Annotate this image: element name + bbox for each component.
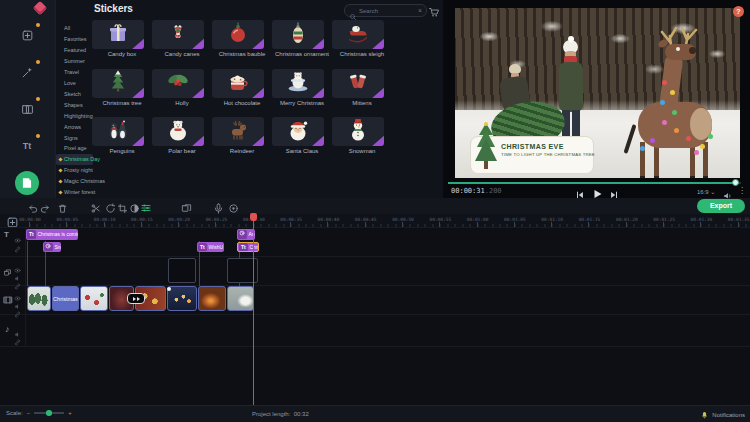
ruler-label: 00:01:05 [504,217,526,222]
category-item-favorites[interactable]: Favorites [56,34,93,45]
video-clip-cards[interactable] [80,286,108,311]
category-label: Sketch [64,91,81,97]
transitions-icon [21,103,34,116]
playhead-line[interactable] [253,221,254,405]
sticker-card-polar-bear[interactable] [152,117,204,146]
sticker-card-christmas-sleigh[interactable] [332,20,384,49]
clip-connector-line [27,241,28,286]
sticker-card-santa-claus[interactable] [272,117,324,146]
status-bar: Scale: − + Project length: 00:32 Notific… [0,405,750,422]
category-item-frosty-night[interactable]: Frosty night [56,165,93,176]
search-input[interactable]: Search [359,8,418,14]
toolbar-transition-wizard-button[interactable] [181,200,193,212]
caption-sticker[interactable]: CHRISTMAS EVE TIME TO LIGHT UP THE CHRIS… [470,136,594,174]
audio-track-volume-icon[interactable] [14,324,21,331]
store-cart-icon[interactable] [428,4,440,16]
toolbar-delete-button[interactable] [57,200,69,212]
sticker-card-merry-christmas[interactable] [272,69,324,98]
scale-slider-knob[interactable] [46,410,52,416]
category-item-winter-forest[interactable]: Winter forest [56,187,93,198]
sticker-card-hot-chocolate[interactable] [212,69,264,98]
video-track-visibility-icon[interactable] [14,288,21,295]
toolbar-clip-properties-button[interactable] [140,200,152,212]
category-item-summer[interactable]: Summer [56,56,93,67]
seek-knob[interactable] [732,179,739,186]
sticker-card-candy-canes[interactable] [152,20,204,49]
toolbar-split-button[interactable] [90,200,102,212]
title-track-link-icon[interactable] [14,239,21,246]
premium-gem-icon[interactable] [33,1,47,15]
sticker-card-christmas-bauble[interactable] [212,20,264,49]
ruler-label: 00:01:15 [579,217,601,222]
category-item-highlighting[interactable]: Highlighting [56,111,93,122]
category-item-all[interactable]: All [56,23,93,34]
zoom-out-icon[interactable]: − [27,410,31,416]
video-clip-fireplace[interactable] [198,286,226,311]
video-clip-christmas[interactable]: Christmas [52,286,79,311]
title-clip-sno[interactable]: Sno [43,242,61,253]
toolbar-rotate-button[interactable] [105,200,117,212]
rail-titles-button[interactable]: Tt [16,135,38,157]
sticker-card-christmas-tree[interactable] [92,69,144,98]
preview-menu-icon[interactable]: ⋮ [738,186,746,195]
rail-transitions-button[interactable] [16,98,38,120]
toolbar-capture-button[interactable] [228,200,240,212]
transition-badge[interactable] [127,293,145,304]
sticker-card-snowman[interactable] [332,117,384,146]
notifications-button[interactable]: Notifications [700,410,745,420]
category-item-shapes[interactable]: Shapes [56,100,93,111]
sticker-card-mittens[interactable] [332,69,384,98]
seek-bar[interactable] [448,182,741,184]
timeline-ruler[interactable]: 00:00:0000:00:0500:00:1000:00:1500:00:20… [0,214,750,227]
playhead-handle[interactable] [250,213,257,221]
category-item-pixel-age[interactable]: Pixel age [56,143,93,154]
reindeer-sticker-overlay[interactable] [610,38,740,178]
reindeer-icon [225,118,251,146]
category-item-magic-christmas[interactable]: Magic Christmas [56,176,93,187]
sticker-card-holly[interactable] [152,69,204,98]
rail-filters-button[interactable] [16,61,38,83]
sticker-card-reindeer[interactable] [212,117,264,146]
overlay-track-visibility-icon[interactable] [14,260,21,267]
toolbar-redo-button[interactable] [39,200,51,212]
current-time: 00:00:31.200 [451,187,502,195]
video-clip-city[interactable] [167,286,197,311]
toolbar-crop-button[interactable] [117,200,129,212]
category-item-arrows[interactable]: Arrows [56,122,93,133]
clear-search-icon[interactable]: × [418,7,422,14]
sticker-card-candy-box[interactable] [92,20,144,49]
christmas-ornament-icon [285,21,311,49]
title-track-visibility-icon[interactable] [14,230,21,237]
video-track-volume-icon[interactable] [14,296,21,303]
scale-slider[interactable] [34,412,64,414]
overlay-clip[interactable] [168,258,196,283]
export-button[interactable]: Export [697,199,745,213]
category-item-signs[interactable]: Signs [56,133,93,144]
audio-track-link-icon[interactable] [14,332,21,339]
category-item-sketch[interactable]: Sketch [56,89,93,100]
sticker-card-christmas-ornament[interactable] [272,20,324,49]
rail-stickers-button[interactable] [15,171,39,195]
premium-corner-badge [311,38,324,49]
search-box[interactable]: Search × [344,4,427,17]
title-clip-christmas-is-comin[interactable]: TtChristmas is comin [26,229,78,240]
sticker-card-penguins[interactable] [92,117,144,146]
aspect-ratio-select[interactable]: 16:9 ⌄ [697,188,715,195]
overlay-track-volume-icon[interactable] [14,268,21,275]
overlay-track-link-icon[interactable] [14,276,21,283]
category-item-travel[interactable]: Travel [56,67,93,78]
help-button[interactable]: ? [733,6,744,17]
video-frame[interactable]: CHRISTMAS EVE TIME TO LIGHT UP THE CHRIS… [455,8,740,178]
category-item-christmas-day[interactable]: Christmas Day [56,154,93,165]
rail-import-media-button[interactable] [16,24,38,46]
title-clip-chris[interactable]: TtChris [237,242,259,253]
video-clip-trees[interactable] [27,286,51,311]
toolbar-record-audio-button[interactable] [213,200,225,212]
video-clip-snowy[interactable] [227,286,254,311]
video-track-link-icon[interactable] [14,304,21,311]
title-clip-wishu[interactable]: TtWishU [197,242,224,253]
category-item-love[interactable]: Love [56,78,93,89]
premium-corner-badge [311,135,324,146]
category-item-featured[interactable]: Featured [56,45,93,56]
zoom-in-icon[interactable]: + [68,410,72,416]
